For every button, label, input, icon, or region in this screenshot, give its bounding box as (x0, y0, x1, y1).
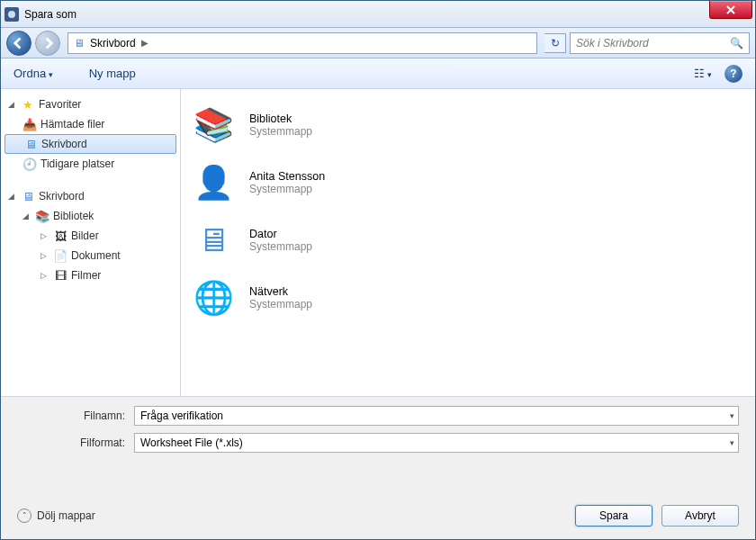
toolbar: Ordna Ny mapp ☷ ? (1, 58, 755, 89)
breadcrumb-location: Skrivbord (90, 37, 136, 50)
list-item[interactable]: 🖥 DatorSystemmapp (190, 212, 746, 269)
app-icon (4, 7, 19, 22)
desktop-icon: 🖥 (23, 137, 38, 151)
user-folder-icon: 👤 (190, 159, 237, 206)
sidebar-desktop[interactable]: 🖥Skrivbord (4, 134, 176, 154)
format-select[interactable]: Worksheet File (*.xls)▾ (134, 433, 739, 453)
filename-input[interactable]: Fråga verifikation▾ (134, 406, 739, 426)
svg-point-1 (8, 11, 15, 18)
search-input[interactable]: Sök i Skrivbord 🔍 (570, 32, 750, 54)
navbar: 🖥 Skrivbord ▶ ↻ Sök i Skrivbord 🔍 (1, 28, 755, 58)
desktop-icon: 🖥 (21, 189, 35, 203)
file-list[interactable]: 📚 BibliotekSystemmapp 👤 Anita StenssonSy… (181, 89, 755, 396)
sidebar-downloads[interactable]: 📥Hämtade filer (1, 114, 180, 134)
window-title: Spara som (24, 8, 76, 21)
desktop-icon: 🖥 (74, 37, 85, 50)
refresh-button[interactable]: ↻ (544, 33, 566, 53)
sidebar-favorites[interactable]: ◢★Favoriter (1, 94, 180, 114)
folder-down-icon: 📥 (22, 117, 37, 131)
footer: Filnamn: Fråga verifikation▾ Filformat: … (1, 396, 755, 539)
list-item[interactable]: 🌐 NätverkSystemmapp (190, 269, 746, 327)
pictures-icon: 🖼 (53, 229, 68, 243)
save-as-dialog: Spara som 🖥 Skrivbord ▶ ↻ Sök i Skrivbor… (0, 0, 756, 540)
dialog-body: ◢★Favoriter 📥Hämtade filer 🖥Skrivbord 🕘T… (1, 89, 755, 396)
help-button[interactable]: ? (724, 65, 742, 83)
close-button[interactable] (709, 1, 752, 19)
sidebar-recent[interactable]: 🕘Tidigare platser (1, 154, 180, 174)
list-item[interactable]: 👤 Anita StenssonSystemmapp (190, 154, 746, 212)
cancel-button[interactable]: Avbryt (662, 505, 739, 526)
computer-icon: 🖥 (190, 217, 237, 264)
documents-icon: 📄 (53, 248, 68, 263)
search-icon: 🔍 (730, 37, 743, 50)
libraries-icon: 📚 (190, 102, 237, 148)
new-folder-button[interactable]: Ny mapp (89, 67, 136, 80)
filename-label: Filnamn: (17, 410, 125, 422)
sidebar-libraries[interactable]: ◢📚Bibliotek (1, 206, 180, 226)
hide-folders-toggle[interactable]: ˄ Dölj mappar (17, 508, 95, 523)
chevron-right-icon: ▶ (141, 38, 148, 48)
view-options-button[interactable]: ☷ (694, 67, 712, 80)
sidebar-documents[interactable]: ▷📄Dokument (1, 246, 180, 266)
chevron-up-icon: ˄ (17, 508, 32, 523)
format-label: Filformat: (17, 436, 125, 449)
address-bar[interactable]: 🖥 Skrivbord ▶ (68, 32, 537, 54)
sidebar-pictures[interactable]: ▷🖼Bilder (1, 226, 180, 246)
network-icon: 🌐 (190, 274, 237, 321)
forward-button[interactable] (35, 31, 60, 56)
organize-menu[interactable]: Ordna (14, 67, 53, 80)
chevron-down-icon[interactable]: ▾ (730, 411, 734, 420)
back-button[interactable] (6, 31, 32, 56)
sidebar-videos[interactable]: ▷🎞Filmer (1, 266, 180, 285)
libraries-icon: 📚 (35, 209, 50, 223)
list-item[interactable]: 📚 BibliotekSystemmapp (190, 96, 746, 154)
save-button[interactable]: Spara (575, 505, 652, 526)
titlebar: Spara som (1, 1, 755, 28)
sidebar[interactable]: ◢★Favoriter 📥Hämtade filer 🖥Skrivbord 🕘T… (1, 89, 181, 396)
search-placeholder: Sök i Skrivbord (576, 37, 649, 50)
chevron-down-icon[interactable]: ▾ (730, 438, 734, 447)
sidebar-desktop-root[interactable]: ◢🖥Skrivbord (1, 186, 180, 206)
videos-icon: 🎞 (53, 268, 68, 283)
star-icon: ★ (21, 97, 35, 112)
recent-icon: 🕘 (22, 157, 37, 171)
